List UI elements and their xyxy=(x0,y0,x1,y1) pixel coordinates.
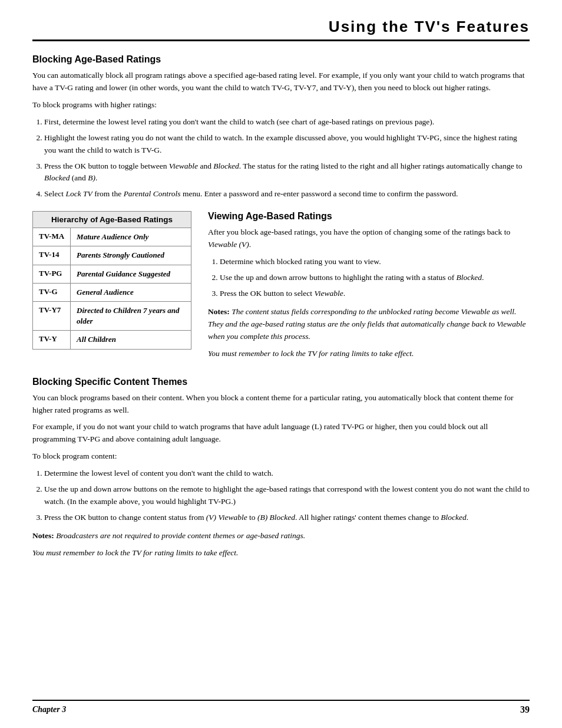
rating-code-tvg: TV-G xyxy=(33,283,71,301)
blocking-content-heading: Blocking Specific Content Themes xyxy=(32,377,530,387)
rating-desc-tvg: General Audience xyxy=(71,283,191,301)
rating-desc-tvma: Mature Audience Only xyxy=(71,228,191,246)
rating-code-tvy: TV-Y xyxy=(33,331,71,349)
blocking-content-intro3: To block program content: xyxy=(32,450,530,463)
two-col-section: Hierarchy of Age-Based Ratings TV-MA Mat… xyxy=(32,211,530,364)
rating-desc-tv14: Parents Strongly Cautioned xyxy=(71,246,191,265)
blocking-content-steps: Determine the lowest level of content yo… xyxy=(44,467,530,524)
rating-code-tvpg: TV-PG xyxy=(33,265,71,283)
footer-page: 39 xyxy=(520,704,530,715)
rating-code-tvma: TV-MA xyxy=(33,228,71,246)
rating-desc-tvpg: Parental Guidance Suggested xyxy=(71,265,191,283)
viewing-age-step2: Use the up and down arrow buttons to hig… xyxy=(220,272,530,284)
viewing-age-steps: Determine which blocked rating you want … xyxy=(220,256,530,300)
blocking-content-step2: Use the up and down arrow buttons on the… xyxy=(44,483,530,508)
page: Using the TV's Features Blocking Age-Bas… xyxy=(0,0,562,728)
table-row: TV-MA Mature Audience Only xyxy=(33,228,191,246)
viewing-notes: Notes: The content status fields corresp… xyxy=(208,306,530,360)
footer-chapter: Chapter 3 xyxy=(32,705,66,714)
notes-label: Notes: xyxy=(208,307,230,316)
table-caption: Hierarchy of Age-Based Ratings xyxy=(33,212,191,228)
viewing-age-step3: Press the OK button to select Viewable. xyxy=(220,288,530,300)
page-footer: Chapter 3 39 xyxy=(32,700,530,715)
blocking-age-step2: Highlight the lowest rating you do not w… xyxy=(44,132,530,157)
blocking-content-intro1: You can block programs based on their co… xyxy=(32,392,530,417)
rating-table-container: Hierarchy of Age-Based Ratings TV-MA Mat… xyxy=(32,211,191,349)
viewing-age-intro: After you block age-based ratings, you h… xyxy=(208,226,530,251)
blocking-age-step3: Press the OK button to toggle between Vi… xyxy=(44,160,530,185)
rating-code-tvy7: TV-Y7 xyxy=(33,302,71,331)
blocking-content-notes: Notes: Broadcasters are not required to … xyxy=(32,530,530,559)
table-row: TV-Y7 Directed to Children 7 years and o… xyxy=(33,302,191,331)
blocking-age-intro1: You can automatically block all program … xyxy=(32,70,530,94)
blocking-content-intro2: For example, if you do not want your chi… xyxy=(32,421,530,446)
viewing-age-step1: Determine which blocked rating you want … xyxy=(220,256,530,268)
blocking-age-step4: Select Lock TV from the Parental Control… xyxy=(44,188,530,200)
viewing-notes-text: Notes: The content status fields corresp… xyxy=(208,306,530,343)
section-blocking-content: Blocking Specific Content Themes You can… xyxy=(32,377,530,559)
blocking-age-intro2: To block programs with higher ratings: xyxy=(32,99,530,111)
rating-desc-tvy7: Directed to Children 7 years and older xyxy=(71,302,191,331)
table-row: TV-14 Parents Strongly Cautioned xyxy=(33,246,191,265)
blocking-age-step1: First, determine the lowest level rating… xyxy=(44,116,530,129)
rating-desc-tvy: All Children xyxy=(71,331,191,349)
section-blocking-age: Blocking Age-Based Ratings You can autom… xyxy=(32,54,530,200)
viewing-age-heading: Viewing Age-Based Ratings xyxy=(208,211,530,222)
table-row: TV-Y All Children xyxy=(33,331,191,349)
rating-table: Hierarchy of Age-Based Ratings TV-MA Mat… xyxy=(32,211,191,349)
blocking-content-step3: Press the OK button to change content st… xyxy=(44,512,530,524)
page-header: Using the TV's Features xyxy=(32,18,530,41)
blocking-content-step1: Determine the lowest level of content yo… xyxy=(44,467,530,480)
blocking-content-notes-text: Notes: Broadcasters are not required to … xyxy=(32,530,530,542)
notes-label2: Notes: xyxy=(32,531,54,540)
rating-code-tv14: TV-14 xyxy=(33,246,71,265)
blocking-age-heading: Blocking Age-Based Ratings xyxy=(32,54,530,65)
table-row: TV-G General Audience xyxy=(33,283,191,301)
page-title: Using the TV's Features xyxy=(329,18,530,35)
blocking-age-steps: First, determine the lowest level rating… xyxy=(44,116,530,201)
viewing-age-section: Viewing Age-Based Ratings After you bloc… xyxy=(208,211,530,364)
viewing-note2: You must remember to lock the TV for rat… xyxy=(208,348,530,360)
table-row: TV-PG Parental Guidance Suggested xyxy=(33,265,191,283)
blocking-content-note2: You must remember to lock the TV for rat… xyxy=(32,547,530,559)
